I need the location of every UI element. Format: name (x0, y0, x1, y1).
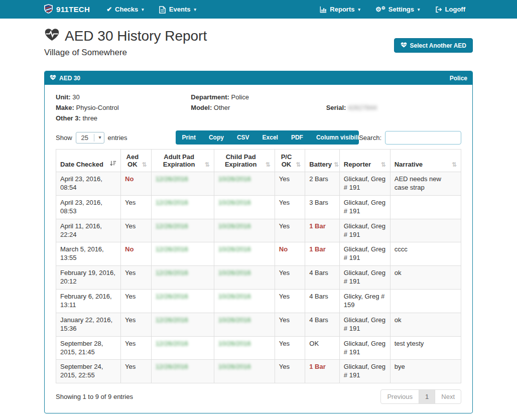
table-row: April 11, 2016, 22:24Yes12/26/201610/26/… (56, 219, 461, 242)
cell-child-pad-expiration: 10/26/2016 (214, 313, 275, 336)
cell-reporter: Glickauf, Greg # 191 (339, 219, 390, 242)
cell-narrative (390, 290, 461, 313)
bar-chart-icon (320, 6, 327, 13)
cell-aed-ok: Yes (121, 290, 152, 313)
table-info: Showing 1 to 9 of 9 entries (56, 393, 133, 400)
aed-panel-title: AED 30 (59, 75, 80, 82)
department-badge: Police (450, 75, 467, 82)
export-button-group: Print Copy CSV Excel PDF Column visibili… (176, 130, 359, 145)
heart-pulse-icon (50, 74, 56, 82)
cell-battery: 2 Bars (305, 172, 340, 196)
previous-page-button[interactable]: Previous (380, 389, 419, 404)
cell-date-checked: September 24, 2015, 22:55 (56, 360, 121, 383)
sort-icon: ⇅ (266, 161, 271, 168)
cell-battery: OK (305, 336, 340, 360)
cell-narrative: test ytesty (390, 336, 461, 360)
column-header-battery[interactable]: Battery⇅ (305, 150, 340, 172)
gears-icon: ⚙⚙ (375, 6, 385, 13)
cell-adult-pad-expiration: 12/26/2016 (151, 195, 214, 219)
nav-item-events-label: Events (169, 6, 191, 13)
table-row: February 6, 2016, 13:11Yes12/26/201610/2… (56, 290, 461, 313)
next-page-button[interactable]: Next (435, 389, 461, 404)
column-header-reporter[interactable]: Reporter⇅ (339, 150, 390, 172)
cell-date-checked: February 6, 2016, 13:11 (56, 290, 121, 313)
brand-logo[interactable]: 911TECH (44, 0, 99, 19)
cell-narrative: ok (390, 266, 461, 290)
cell-adult-pad-expiration: 12/26/2016 (151, 242, 214, 266)
search-input[interactable] (385, 131, 461, 145)
copy-button[interactable]: Copy (202, 130, 230, 145)
aed-details: Unit: 30 Make: Physio-Control Other 3: t… (51, 91, 466, 125)
pdf-button[interactable]: PDF (285, 130, 310, 145)
cell-date-checked: March 5, 2016, 13:55 (56, 242, 121, 266)
cell-date-checked: April 23, 2016, 08:53 (56, 195, 121, 219)
csv-button[interactable]: CSV (230, 130, 256, 145)
cell-pc-ok: Yes (275, 336, 305, 360)
logoff-icon (435, 6, 442, 13)
detail-unit: Unit: 30 (56, 92, 191, 102)
cell-pc-ok: Yes (275, 313, 305, 336)
table-row: September 24, 2015, 22:55Yes12/26/201610… (56, 360, 461, 383)
column-header-date-checked[interactable]: Date Checked (56, 150, 121, 172)
cell-reporter: Glicky, Greg # 159 (339, 290, 390, 313)
chevron-down-icon: ▾ (194, 7, 196, 12)
column-header-narrative[interactable]: Narrative⇅ (390, 150, 461, 172)
nav-item-reports[interactable]: Reports ▾ (312, 0, 368, 19)
nav-item-settings-label: Settings (389, 6, 414, 13)
column-visibility-button[interactable]: Column visibility (310, 130, 359, 145)
nav-item-settings[interactable]: ⚙⚙ Settings ▾ (368, 0, 428, 19)
cell-battery: 4 Bars (305, 313, 340, 336)
column-header-child-pad-expiration[interactable]: Child Pad Expiration⇅ (214, 150, 275, 172)
table-row: April 23, 2016, 08:53Yes12/26/201610/26/… (56, 195, 461, 219)
column-header-aed-ok[interactable]: Aed OK⇅ (121, 150, 152, 172)
sort-icon: ⇅ (296, 161, 301, 168)
detail-make: Make: Physio-Control (56, 102, 191, 113)
chevron-down-icon: ▾ (358, 7, 360, 12)
cell-narrative: AED needs new case strap (390, 172, 461, 196)
cell-child-pad-expiration: 10/26/2016 (214, 290, 275, 313)
page-length-select[interactable]: 25 (76, 132, 104, 144)
nav-item-logoff-label: Logoff (445, 6, 465, 13)
cell-reporter: Glickauf, Greg # 191 (339, 195, 390, 219)
chevron-down-icon: ▾ (418, 7, 420, 12)
page-length-select-wrap: 25 (76, 132, 104, 144)
heart-pulse-icon (44, 27, 60, 45)
cell-aed-ok: Yes (121, 195, 152, 219)
brand-text: 911TECH (56, 5, 90, 14)
cell-reporter: Glickauf, Greg # 191 (339, 313, 390, 336)
chevron-down-icon: ▾ (142, 7, 144, 12)
sort-icon: ⇅ (205, 161, 210, 168)
cell-adult-pad-expiration: 12/26/2016 (151, 336, 214, 360)
table-row: September 28, 2015, 21:45Yes12/26/201610… (56, 336, 461, 360)
excel-button[interactable]: Excel (256, 130, 285, 145)
column-header-pc-ok[interactable]: P/C OK⇅ (275, 150, 305, 172)
cell-reporter: Glickauf, Greg # 191 (339, 266, 390, 290)
select-another-aed-label: Select Another AED (410, 42, 466, 49)
cell-date-checked: April 23, 2016, 08:54 (56, 172, 121, 196)
cell-pc-ok: Yes (275, 266, 305, 290)
cell-reporter: Glickauf, Greg # 191 (339, 172, 390, 196)
cell-aed-ok: Yes (121, 219, 152, 242)
cell-reporter: Glickauf, Greg # 191 (339, 336, 390, 360)
page-1-button[interactable]: 1 (419, 389, 435, 404)
nav-item-checks[interactable]: ✔ Checks ▾ (99, 0, 152, 19)
pagination: Previous 1 Next (380, 389, 461, 404)
cell-date-checked: February 19, 2016, 20:12 (56, 266, 121, 290)
nav-item-logoff[interactable]: Logoff (428, 0, 473, 19)
cell-child-pad-expiration: 10/26/2016 (214, 172, 275, 196)
cell-aed-ok: Yes (121, 360, 152, 383)
cell-battery: 4 Bars (305, 290, 340, 313)
cell-pc-ok: Yes (275, 360, 305, 383)
select-another-aed-button[interactable]: Select Another AED (394, 38, 473, 53)
print-button[interactable]: Print (176, 130, 202, 145)
nav-item-events[interactable]: Events ▾ (152, 0, 204, 19)
cell-adult-pad-expiration: 12/26/2016 (151, 313, 214, 336)
cell-aed-ok: Yes (121, 266, 152, 290)
cell-reporter: Glickauf, Greg # 191 (339, 242, 390, 266)
entries-label: entries (108, 134, 127, 142)
column-header-adult-pad-expiration[interactable]: Adult Pad Expiration⇅ (151, 150, 214, 172)
cell-child-pad-expiration: 10/26/2016 (214, 242, 275, 266)
cell-battery: 1 Bar (305, 242, 340, 266)
cell-narrative: ok (390, 313, 461, 336)
table-row: March 5, 2016, 13:55No12/26/201610/26/20… (56, 242, 461, 266)
